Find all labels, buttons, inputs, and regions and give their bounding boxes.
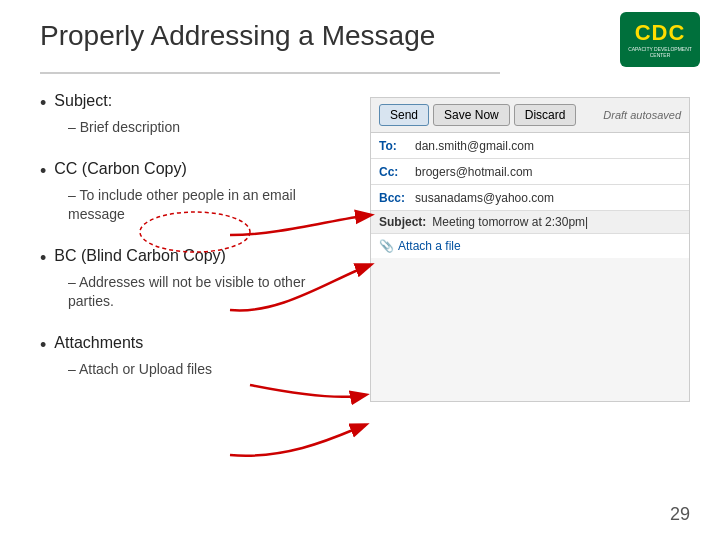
bullet-sub-attach: – Attach or Upload files <box>68 360 350 380</box>
bullet-item-cc: • CC (Carbon Copy) – To include other pe… <box>40 160 350 225</box>
subject-value: Meeting tomorrow at 2:30pm| <box>432 215 588 229</box>
to-label: To: <box>379 139 409 153</box>
bullet-label-cc: CC (Carbon Copy) <box>54 160 186 178</box>
bullet-dot-subject: • <box>40 93 46 114</box>
bcc-field: Bcc: susanadams@yahoo.com <box>371 185 689 211</box>
bullet-label-attach: Attachments <box>54 334 143 352</box>
page: CDC CAPACITY DEVELOPMENT CENTER Properly… <box>0 0 720 540</box>
content-area: • Subject: – Brief description • CC (Car… <box>30 92 690 402</box>
attach-label: Attach a file <box>398 239 461 253</box>
bullet-dot-bc: • <box>40 248 46 269</box>
bullet-item-bc: • BC (Blind Carbon Copy) – Addresses wil… <box>40 247 350 312</box>
bullet-main-subject: • Subject: <box>40 92 350 114</box>
cdc-logo: CDC CAPACITY DEVELOPMENT CENTER <box>620 12 700 67</box>
cc-value: brogers@hotmail.com <box>415 165 681 179</box>
to-field: To: dan.smith@gmail.com <box>371 133 689 159</box>
bullet-label-bc: BC (Blind Carbon Copy) <box>54 247 226 265</box>
bullet-label-subject: Subject: <box>54 92 112 110</box>
bullet-sub-cc: – To include other people in an email me… <box>68 186 350 225</box>
bullet-sub-subject: – Brief description <box>68 118 350 138</box>
attach-icon: 📎 <box>379 239 394 253</box>
title-divider <box>40 72 500 74</box>
cdc-logo-subtitle: CAPACITY DEVELOPMENT CENTER <box>620 46 700 58</box>
attach-row[interactable]: 📎 Attach a file <box>371 234 689 258</box>
save-now-button[interactable]: Save Now <box>433 104 510 126</box>
bullet-main-attach: • Attachments <box>40 334 350 356</box>
bullet-main-cc: • CC (Carbon Copy) <box>40 160 350 182</box>
page-title: Properly Addressing a Message <box>40 20 690 52</box>
bullet-list: • Subject: – Brief description • CC (Car… <box>30 92 350 402</box>
cc-field: Cc: brogers@hotmail.com <box>371 159 689 185</box>
bullet-item-subject: • Subject: – Brief description <box>40 92 350 138</box>
bullet-dot-cc: • <box>40 161 46 182</box>
bullet-item-attach: • Attachments – Attach or Upload files <box>40 334 350 380</box>
page-number: 29 <box>670 504 690 525</box>
draft-status: Draft autosaved <box>603 109 681 121</box>
subject-row: Subject: Meeting tomorrow at 2:30pm| <box>371 211 689 234</box>
to-value: dan.smith@gmail.com <box>415 139 681 153</box>
email-toolbar: Send Save Now Discard Draft autosaved <box>371 98 689 133</box>
bullet-sub-bc: – Addresses will not be visible to other… <box>68 273 350 312</box>
bullet-main-bc: • BC (Blind Carbon Copy) <box>40 247 350 269</box>
bcc-label: Bcc: <box>379 191 409 205</box>
cdc-logo-text: CDC <box>635 22 686 44</box>
bcc-value: susanadams@yahoo.com <box>415 191 681 205</box>
email-panel: Send Save Now Discard Draft autosaved To… <box>370 97 690 402</box>
cc-label: Cc: <box>379 165 409 179</box>
discard-button[interactable]: Discard <box>514 104 577 126</box>
subject-label: Subject: <box>379 215 426 229</box>
bullet-dot-attach: • <box>40 335 46 356</box>
send-button[interactable]: Send <box>379 104 429 126</box>
